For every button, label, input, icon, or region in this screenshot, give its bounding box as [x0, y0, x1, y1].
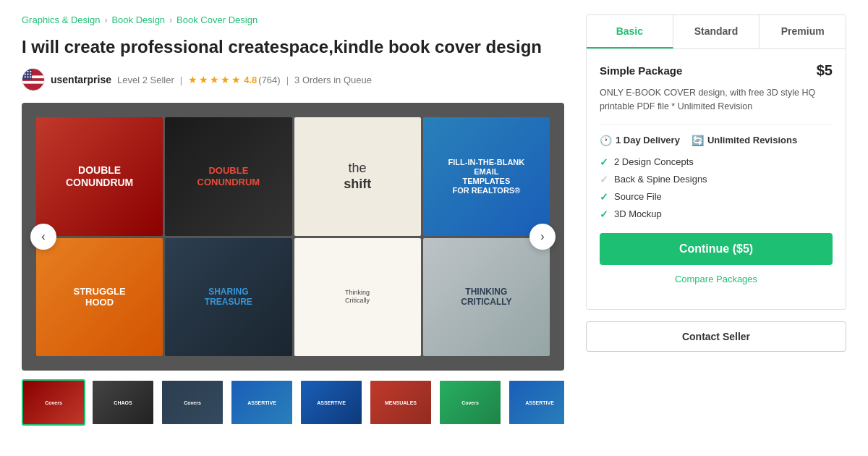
svg-point-10 — [25, 76, 26, 77]
rating-count: (764) — [258, 75, 280, 85]
delivery-row: 🕐 1 Day Delivery 🔄 Unlimited Revisions — [600, 135, 833, 146]
breadcrumb-cover-design[interactable]: Book Cover Design — [176, 14, 258, 25]
divider-2: | — [286, 75, 289, 85]
revisions-label: Unlimited Revisions — [707, 135, 797, 145]
thumbnail-8[interactable]: ASSERTIVE — [508, 379, 564, 426]
seller-level: Level 2 Seller — [117, 75, 174, 85]
package-body: Simple Package $5 ONLY E-BOOK COVER desi… — [586, 49, 846, 310]
seller-info: usentarprise Level 2 Seller | ★ ★ ★ ★ ★ … — [22, 68, 564, 91]
seller-name[interactable]: usentarprise — [51, 74, 111, 85]
package-description: ONLY E-BOOK COVER design, with free 3D s… — [600, 86, 833, 124]
check-icon-3: ✓ — [600, 191, 608, 203]
breadcrumb-graphics[interactable]: Graphics & Design — [22, 14, 100, 25]
feature-1: ✓ 2 Design Concepts — [600, 156, 833, 168]
right-panel: Basic Standard Premium Simple Package $5… — [586, 14, 846, 426]
svg-point-5 — [27, 71, 28, 72]
breadcrumb-book-design[interactable]: Book Design — [111, 14, 165, 25]
star-rating: ★ ★ ★ ★ ★ 4.8 (764) — [188, 74, 280, 85]
contact-seller-button[interactable]: Contact Seller — [586, 321, 846, 352]
breadcrumb-sep-1: › — [104, 15, 107, 25]
package-tabs: Basic Standard Premium — [586, 14, 846, 49]
prev-image-button[interactable]: ‹ — [30, 224, 56, 250]
feature-2: ✓ Back & Spine Designs — [600, 174, 833, 185]
thumbnail-5[interactable]: ASSERTIVE — [299, 379, 363, 426]
clock-icon: 🕐 — [600, 135, 612, 146]
thumbnails-row: Covers CHAOS Covers ASSERTIVE AS — [22, 379, 564, 426]
book-cover-6: SHARINGTREASURE — [165, 238, 292, 357]
tab-standard[interactable]: Standard — [673, 15, 760, 48]
thumbnail-1[interactable]: Covers — [22, 379, 85, 426]
features-list: ✓ 2 Design Concepts ✓ Back & Spine Desig… — [600, 156, 833, 220]
svg-point-9 — [30, 74, 31, 75]
star-3: ★ — [210, 74, 219, 85]
feature-label-4: 3D Mockup — [614, 208, 662, 219]
svg-point-4 — [25, 71, 26, 72]
rating-score: 4.8 — [244, 75, 257, 85]
star-1: ★ — [188, 74, 197, 85]
divider-1: | — [180, 75, 182, 85]
revisions-info: 🔄 Unlimited Revisions — [692, 135, 797, 146]
book-cover-7: ThinkingCritically — [294, 238, 421, 357]
thumbnail-2[interactable]: CHAOS — [91, 379, 155, 426]
breadcrumb-sep-2: › — [169, 15, 172, 25]
left-panel: Graphics & Design › Book Design › Book C… — [22, 14, 564, 426]
thumbnail-7[interactable]: Covers — [438, 379, 502, 426]
package-name: Simple Package — [600, 64, 682, 77]
main-image-container: ‹ DOUBLECONUNDRUM DOUBLECONUNDRUM theshi… — [22, 103, 564, 371]
seller-flag — [22, 68, 45, 91]
svg-rect-2 — [22, 81, 44, 84]
feature-label-2: Back & Spine Designs — [614, 174, 707, 185]
check-icon-1: ✓ — [600, 156, 608, 168]
book-cover-2: DOUBLECONUNDRUM — [165, 117, 292, 236]
thumbnail-3[interactable]: Covers — [161, 379, 224, 426]
continue-button[interactable]: Continue ($5) — [600, 233, 833, 265]
check-icon-2: ✓ — [600, 174, 608, 185]
svg-point-8 — [27, 74, 28, 75]
svg-point-6 — [30, 71, 31, 72]
next-image-button[interactable]: › — [529, 224, 556, 250]
book-cover-1: DOUBLECONUNDRUM — [36, 117, 163, 236]
check-icon-4: ✓ — [600, 208, 608, 220]
book-cover-5: STRUGGLEHOOD — [36, 238, 163, 357]
thumbnail-6[interactable]: MENSUALES — [369, 379, 433, 426]
feature-label-3: Source File — [614, 191, 662, 202]
delivery-info: 🕐 1 Day Delivery — [600, 135, 680, 146]
feature-3: ✓ Source File — [600, 191, 833, 203]
svg-point-12 — [30, 76, 31, 77]
main-image-grid: DOUBLECONUNDRUM DOUBLECONUNDRUM theshift… — [22, 103, 564, 371]
tab-basic[interactable]: Basic — [587, 15, 673, 48]
star-2: ★ — [199, 74, 208, 85]
thumbnail-4[interactable]: ASSERTIVE — [230, 379, 294, 426]
feature-label-1: 2 Design Concepts — [614, 156, 694, 167]
package-header: Simple Package $5 — [600, 62, 833, 79]
star-5: ★ — [231, 74, 241, 85]
gig-title: I will create professional createspace,k… — [22, 35, 564, 58]
book-cover-3: theshift — [294, 117, 421, 236]
star-4: ★ — [221, 74, 230, 85]
breadcrumb: Graphics & Design › Book Design › Book C… — [22, 14, 564, 25]
tab-premium[interactable]: Premium — [760, 15, 846, 48]
compare-packages-link[interactable]: Compare Packages — [600, 274, 833, 284]
feature-4: ✓ 3D Mockup — [600, 208, 833, 220]
svg-point-11 — [27, 76, 28, 77]
orders-queue: 3 Orders in Queue — [294, 75, 372, 85]
svg-point-7 — [25, 74, 26, 75]
refresh-icon: 🔄 — [692, 135, 704, 146]
package-price: $5 — [817, 62, 833, 79]
book-cover-8: THINKINGCRITICALLY — [423, 238, 550, 357]
book-cover-4: FILL-IN-THE-BLANKEMAILTEMPLATESFOR REALT… — [423, 117, 550, 236]
delivery-label: 1 Day Delivery — [616, 135, 680, 145]
